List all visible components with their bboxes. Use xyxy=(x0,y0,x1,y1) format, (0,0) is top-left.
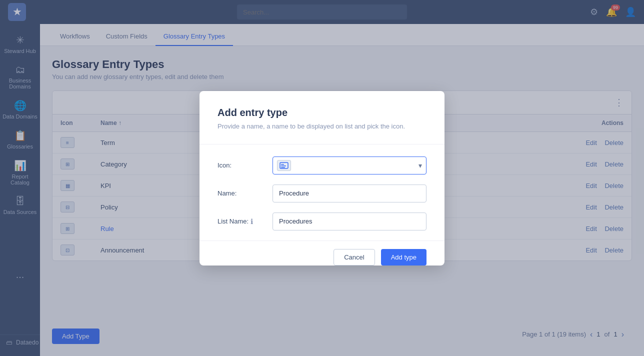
list-name-input[interactable] xyxy=(272,212,426,230)
list-name-form-row: List Name: ℹ xyxy=(218,212,426,230)
icon-select[interactable]: ▾ xyxy=(272,156,426,174)
name-label: Name: xyxy=(218,190,272,197)
modal-subtitle: Provide a name, a name to be displayed o… xyxy=(218,122,426,130)
add-type-submit-button[interactable]: Add type xyxy=(381,249,426,266)
modal-title: Add entry type xyxy=(218,107,426,118)
chevron-down-icon: ▾ xyxy=(418,162,422,170)
svg-rect-2 xyxy=(281,166,286,166)
modal-divider xyxy=(200,144,444,144)
icon-label: Icon: xyxy=(218,162,272,169)
cancel-button[interactable]: Cancel xyxy=(334,249,374,266)
info-icon: ℹ xyxy=(250,218,253,226)
name-form-row: Name: xyxy=(218,184,426,202)
svg-rect-1 xyxy=(281,164,284,165)
add-entry-type-modal: Add entry type Provide a name, a name to… xyxy=(200,91,444,266)
list-name-label: List Name: ℹ xyxy=(218,218,272,226)
modal-footer: Cancel Add type xyxy=(200,240,444,266)
svg-rect-3 xyxy=(281,167,285,168)
icon-select-preview xyxy=(277,160,291,171)
name-input[interactable] xyxy=(272,184,426,202)
modal-overlay: Add entry type Provide a name, a name to… xyxy=(0,0,644,356)
icon-form-row: Icon: ▾ xyxy=(218,156,426,174)
